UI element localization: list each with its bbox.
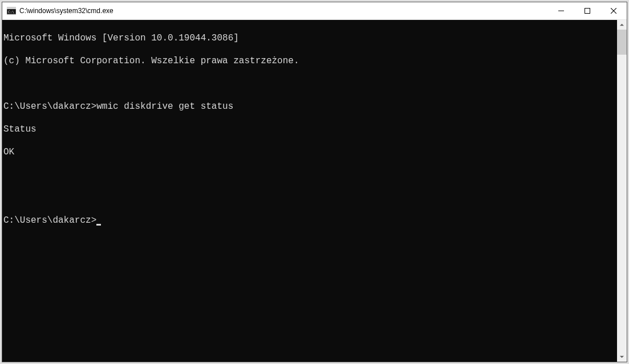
svg-rect-3 — [558, 11, 564, 11]
cmd-window: C:\ C:\windows\system32\cmd.exe Microsof… — [2, 2, 627, 362]
maximize-button[interactable] — [574, 2, 600, 19]
version-line: Microsoft Windows [Version 10.0.19044.30… — [3, 32, 616, 44]
output-value: OK — [3, 146, 616, 158]
cmd-icon: C:\ — [7, 6, 16, 15]
output-header: Status — [3, 124, 616, 135]
minimize-button[interactable] — [548, 2, 574, 19]
svg-text:C:\: C:\ — [8, 10, 14, 14]
window-title: C:\windows\system32\cmd.exe — [19, 7, 548, 15]
console-output[interactable]: Microsoft Windows [Version 10.0.19044.30… — [2, 20, 617, 362]
cursor — [96, 224, 101, 226]
svg-line-6 — [611, 8, 616, 14]
command-line-1: C:\Users\dakarcz>wmic diskdrive get stat… — [3, 101, 616, 112]
svg-rect-1 — [7, 7, 16, 9]
svg-line-5 — [611, 8, 616, 14]
scroll-thumb[interactable] — [617, 30, 627, 55]
svg-rect-4 — [585, 9, 590, 14]
close-button[interactable] — [600, 2, 627, 19]
scroll-track[interactable] — [617, 30, 627, 352]
scroll-down-button[interactable] — [617, 352, 627, 362]
prompt-2: C:\Users\dakarcz> — [3, 215, 96, 226]
vertical-scrollbar[interactable] — [617, 20, 627, 362]
console-area: Microsoft Windows [Version 10.0.19044.30… — [2, 20, 627, 362]
window-controls — [548, 2, 627, 19]
blank-line — [3, 78, 616, 89]
scroll-up-button[interactable] — [617, 20, 627, 30]
prompt-1: C:\Users\dakarcz> — [3, 101, 96, 112]
blank-line — [3, 192, 616, 203]
command-text-1: wmic diskdrive get status — [96, 101, 233, 112]
titlebar[interactable]: C:\ C:\windows\system32\cmd.exe — [2, 2, 627, 20]
current-prompt-line: C:\Users\dakarcz> — [3, 215, 616, 226]
copyright-line: (c) Microsoft Corporation. Wszelkie praw… — [3, 55, 616, 67]
blank-line — [3, 169, 616, 181]
